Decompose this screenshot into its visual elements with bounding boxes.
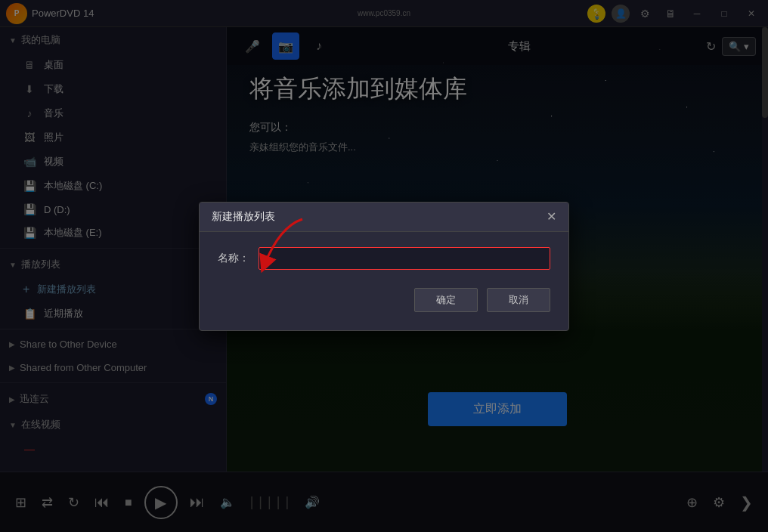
new-playlist-dialog: 新建播放列表 ✕ 名称： 确定 取消 [199, 202, 569, 331]
dialog-buttons: 确定 取消 [218, 288, 550, 312]
dialog-name-field: 名称： [218, 247, 550, 270]
dialog-cancel-button[interactable]: 取消 [487, 288, 550, 312]
dialog-confirm-button[interactable]: 确定 [414, 288, 478, 312]
dialog-title: 新建播放列表 [212, 210, 275, 224]
dialog-title-bar: 新建播放列表 ✕ [200, 203, 568, 232]
dialog-overlay: 新建播放列表 ✕ 名称： 确定 取消 [0, 0, 768, 532]
dialog-body: 名称： 确定 取消 [200, 232, 568, 330]
dialog-name-input[interactable] [259, 247, 550, 270]
dialog-close-button[interactable]: ✕ [547, 211, 556, 223]
dialog-name-label: 名称： [218, 252, 249, 265]
